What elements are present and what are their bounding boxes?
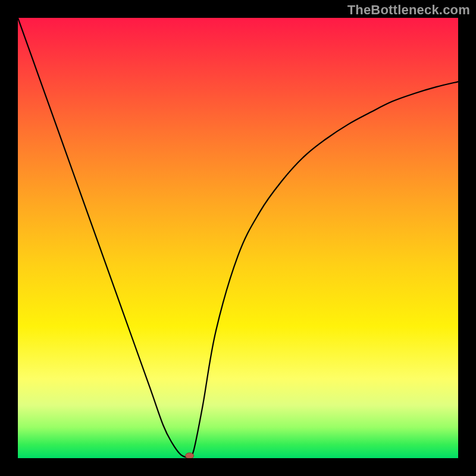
min-point-marker [186, 453, 194, 458]
watermark-text: TheBottleneck.com [347, 2, 470, 18]
chart-svg [18, 18, 458, 458]
chart-frame: TheBottleneck.com [0, 0, 476, 476]
curve-line [18, 18, 458, 458]
plot-area [18, 18, 458, 458]
